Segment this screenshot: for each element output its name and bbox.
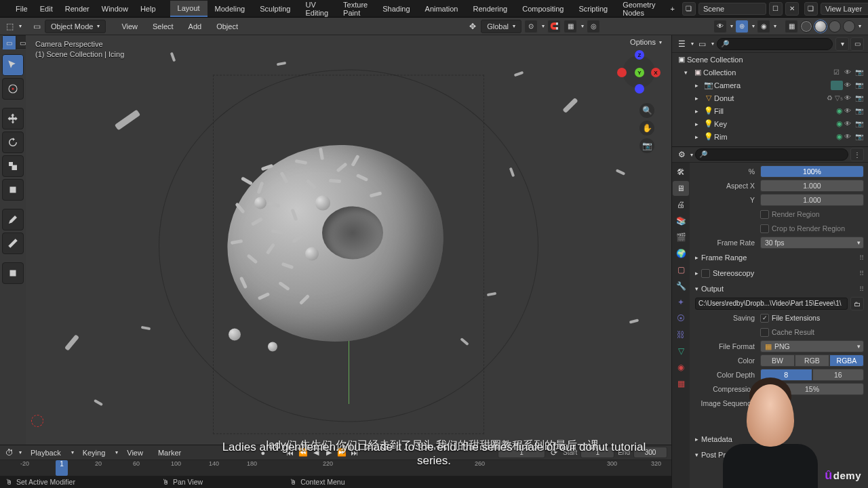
properties-editor-icon[interactable]: ⚙ <box>676 149 687 160</box>
tool-move[interactable] <box>2 108 24 129</box>
menu-window[interactable]: Window <box>96 3 134 15</box>
workspace-layout[interactable]: Layout <box>170 1 208 17</box>
tl-playback-menu[interactable]: Playback <box>24 447 67 459</box>
tab-world[interactable]: 🌍 <box>673 246 689 261</box>
navigation-gizmo[interactable]: Z X Y <box>618 52 659 92</box>
tab-constraints[interactable]: ⛓ <box>673 327 689 342</box>
crop-region-check[interactable] <box>760 224 769 233</box>
snap-target-icon[interactable]: ▦ <box>564 20 577 33</box>
editor-type-icon[interactable]: ⬚ <box>4 21 15 32</box>
outliner-search[interactable]: 🔎 <box>717 38 833 50</box>
playhead[interactable]: 1 <box>56 460 68 476</box>
browse-scene-icon[interactable]: ❏ <box>682 2 696 16</box>
properties-search[interactable]: 🔎 <box>695 148 848 161</box>
delete-scene-icon[interactable]: ✕ <box>785 2 799 16</box>
tab-material[interactable]: ◉ <box>673 360 689 375</box>
menu-view-3d[interactable]: View <box>115 20 144 33</box>
new-scene-icon[interactable]: ☐ <box>769 2 783 16</box>
outliner-editor-icon[interactable]: ☰ <box>676 39 687 49</box>
browse-viewlayer-icon[interactable]: ❏ <box>804 2 818 16</box>
tl-keying-menu[interactable]: Keying <box>77 447 112 459</box>
stereoscopy-check[interactable] <box>701 269 710 278</box>
color-rgb[interactable]: RGB <box>795 354 829 367</box>
overlays-icon[interactable]: ◉ <box>757 20 770 33</box>
shading-matpreview-icon[interactable] <box>829 20 841 33</box>
render-region-check[interactable] <box>760 210 769 219</box>
menu-add-3d[interactable]: Add <box>182 20 208 33</box>
menu-render[interactable]: Render <box>59 3 96 15</box>
nav-camera-icon[interactable]: 📷 <box>639 138 654 153</box>
tool-rotate[interactable] <box>2 131 24 153</box>
workspace-texturepaint[interactable]: Texture Paint <box>336 0 375 20</box>
tab-data[interactable]: ▽ <box>673 344 689 359</box>
viewlayer-name-field[interactable]: View Layer <box>821 3 868 15</box>
workspace-rendering[interactable]: Rendering <box>465 1 515 16</box>
toggle-exclude-icon[interactable]: ☑ <box>831 68 841 76</box>
tree-rim[interactable]: ▸ 💡 Rim ◉ 👁📷 <box>672 130 868 143</box>
workspace-animation[interactable]: Animation <box>418 1 466 16</box>
output-path-field[interactable]: C:\Users\redby\Dropb...\Video\Part 15\Ee… <box>695 298 848 310</box>
tree-collection[interactable]: ▾ ▣ Collection ☑👁📷 <box>672 66 868 79</box>
tool-cursor[interactable] <box>2 78 24 100</box>
axis-x-neg-icon[interactable] <box>617 68 627 77</box>
tree-scene-collection[interactable]: ▣ Scene Collection <box>672 53 868 66</box>
menu-edit[interactable]: Edit <box>34 3 59 15</box>
file-extensions-check[interactable] <box>760 314 769 323</box>
toggle-render-icon[interactable]: 📷 <box>854 133 864 140</box>
tab-render[interactable]: 🖥 <box>673 181 689 196</box>
color-rgba[interactable]: RGBA <box>829 354 864 367</box>
workspace-shading[interactable]: Shading <box>375 1 417 16</box>
toggle-render-icon[interactable]: 📷 <box>854 81 864 89</box>
toggle-visible-icon[interactable]: 👁 <box>843 107 852 115</box>
file-format-dropdown[interactable]: ▦PNG <box>760 340 864 352</box>
shading-solid-icon[interactable] <box>814 20 827 33</box>
new-collection-icon[interactable]: ▭ <box>850 37 864 51</box>
outliner-tree[interactable]: ▣ Scene Collection ▾ ▣ Collection ☑👁📷 ▸ … <box>672 53 868 146</box>
viewport-options-button[interactable]: Options▾ <box>630 38 662 46</box>
tab-modifiers[interactable]: 🔧 <box>673 279 689 293</box>
disclosure-icon[interactable]: ▸ <box>695 121 703 127</box>
section-frame-range[interactable]: ▸Frame Range⠿ <box>695 251 864 264</box>
toggle-render-icon[interactable]: 📷 <box>854 68 864 76</box>
resolution-percent-field[interactable]: 100% <box>760 165 864 178</box>
pivot-icon[interactable]: ⊙ <box>524 20 538 33</box>
section-stereoscopy[interactable]: ▸Stereoscopy⠿ <box>695 266 864 280</box>
depth-16[interactable]: 16 <box>812 369 865 381</box>
axis-z-neg-icon[interactable] <box>635 84 644 94</box>
cache-result-check[interactable] <box>760 328 769 337</box>
tool-scale[interactable] <box>2 155 24 177</box>
gizmo-toggle-icon[interactable]: ⊕ <box>735 20 749 33</box>
display-mode-icon[interactable]: ▭ <box>696 39 707 49</box>
tab-viewlayer[interactable]: 📚 <box>673 214 689 228</box>
menu-help[interactable]: Help <box>134 3 162 15</box>
toggle-render-icon[interactable]: 📷 <box>854 107 864 115</box>
workspace-sculpting[interactable]: Sculpting <box>252 1 298 16</box>
workspace-geometrynodes[interactable]: Geometry Nodes <box>615 0 663 20</box>
tab-particles[interactable]: ✦ <box>673 295 689 310</box>
color-bw[interactable]: BW <box>760 354 795 367</box>
tab-output[interactable]: 🖨 <box>673 197 689 212</box>
tree-donut[interactable]: ▸ ▽ Donut ♻ ▽₅ 👁📷 <box>672 92 868 104</box>
tool-add-cube[interactable] <box>2 262 24 284</box>
shading-rendered-icon[interactable] <box>843 20 855 33</box>
workspace-compositing[interactable]: Compositing <box>515 1 571 16</box>
xray-icon[interactable]: ▦ <box>785 20 798 33</box>
grip-icon[interactable]: ⠿ <box>859 254 864 262</box>
tl-view-menu[interactable]: View <box>121 447 149 459</box>
toggle-visible-icon[interactable]: 👁 <box>843 81 852 89</box>
browse-folder-icon[interactable]: 🗀 <box>850 297 864 310</box>
tl-marker-menu[interactable]: Marker <box>152 447 187 459</box>
frame-rate-dropdown[interactable]: 30 fps <box>760 237 864 249</box>
tab-texture[interactable]: ▦ <box>673 376 689 391</box>
visibility-icon[interactable]: 👁 <box>713 20 727 33</box>
toggle-render-icon[interactable]: 📷 <box>854 120 864 127</box>
shading-wireframe-icon[interactable] <box>800 20 812 33</box>
tab-physics[interactable]: ⦿ <box>673 311 689 326</box>
tab-object[interactable]: ▢ <box>673 262 689 277</box>
menu-file[interactable]: File <box>9 3 34 15</box>
aspect-y-field[interactable]: 1.000 <box>760 194 864 206</box>
tool-annotate[interactable] <box>2 209 24 230</box>
filter-icon[interactable]: ▾ <box>835 37 849 51</box>
menu-object-3d[interactable]: Object <box>210 20 244 33</box>
toggle-visible-icon[interactable]: 👁 <box>843 133 852 140</box>
